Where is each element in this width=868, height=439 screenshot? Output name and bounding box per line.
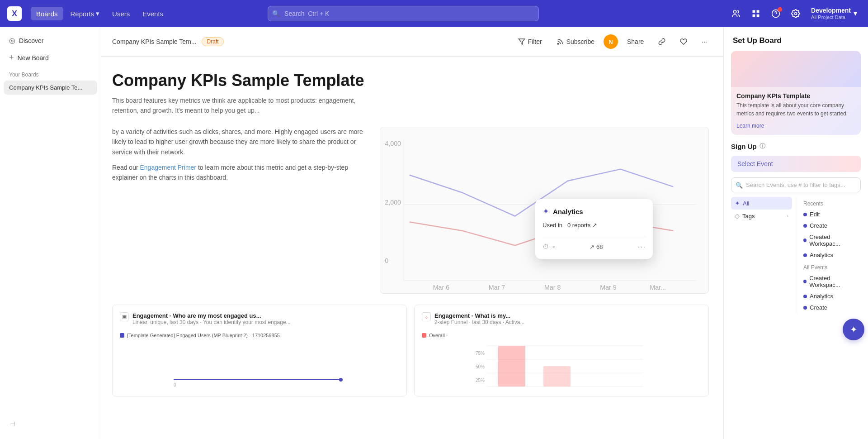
card-1-title: Engagement - What is my... bbox=[434, 312, 524, 319]
svg-text:50%: 50% bbox=[476, 364, 485, 369]
svg-text:Mar 7: Mar 7 bbox=[489, 283, 505, 291]
events-tags-item[interactable]: ◇ Tags › bbox=[731, 210, 792, 222]
sidebar: ◎ Discover + New Board Your Boards Compa… bbox=[0, 27, 101, 439]
popup-more-button[interactable]: ⋯ bbox=[637, 242, 646, 252]
template-card: Company KPIs Template This template is a… bbox=[731, 51, 861, 135]
events-search-input[interactable] bbox=[731, 177, 861, 192]
events-all-item[interactable]: ✦ All bbox=[731, 197, 792, 210]
sidebar-collapse-btn[interactable]: ⊣ bbox=[7, 418, 94, 430]
card-1-subtitle: 2-step Funnel · last 30 days · Activa... bbox=[434, 319, 524, 325]
legend-dot-0 bbox=[120, 333, 124, 338]
analytics-popup-icon: ✦ bbox=[542, 206, 549, 216]
popup-footer-left: ⏱ - bbox=[542, 243, 555, 251]
events-columns: ✦ All ◇ Tags › Recents Edit bbox=[731, 197, 861, 313]
your-boards-label: Your Boards bbox=[4, 66, 97, 81]
draft-badge: Draft bbox=[202, 37, 223, 46]
more-button[interactable]: ··· bbox=[696, 35, 712, 48]
events-left-col: ✦ All ◇ Tags › bbox=[731, 197, 792, 313]
plus-icon: + bbox=[9, 53, 14, 62]
all-events-section-label: All Events bbox=[800, 262, 861, 272]
board-desc-text: by a variety of activities such as click… bbox=[112, 127, 365, 294]
svg-point-0 bbox=[733, 10, 736, 13]
learn-more-link[interactable]: Learn more bbox=[736, 123, 764, 129]
svg-point-23 bbox=[339, 378, 343, 382]
subscribe-button[interactable]: Subscribe bbox=[551, 35, 600, 48]
search-input[interactable] bbox=[268, 6, 539, 21]
card-0-chart: 0 bbox=[120, 344, 399, 389]
template-card-desc: This template is all about your core com… bbox=[736, 101, 855, 118]
sidebar-item-company-kpis[interactable]: Company KPIs Sample Te... bbox=[4, 81, 97, 95]
svg-rect-4 bbox=[757, 14, 760, 17]
user-avatar: N bbox=[604, 34, 618, 49]
right-panel-title: Set Up Board bbox=[724, 27, 868, 51]
settings-icon-btn[interactable] bbox=[788, 5, 804, 22]
engagement-primer-link[interactable]: Engagement Primer bbox=[140, 164, 196, 171]
nav-reports[interactable]: Reports ▾ bbox=[65, 7, 105, 20]
desc-para-2: Read our Engagement Primer to learn more… bbox=[112, 162, 365, 183]
sidebar-discover[interactable]: ◎ Discover bbox=[4, 33, 97, 48]
logo[interactable]: X bbox=[7, 6, 22, 21]
recent-item-edit[interactable]: Edit bbox=[800, 209, 861, 220]
svg-text:Mar...: Mar... bbox=[650, 283, 666, 291]
analytics-popup-footer: ⏱ - ↗ 68 ⋯ bbox=[542, 236, 646, 252]
analytics-popup-meta: Used in 0 reports ↗ bbox=[542, 222, 646, 229]
svg-text:0: 0 bbox=[174, 382, 176, 387]
events-search: 🔍 bbox=[731, 177, 861, 192]
all-item-analytics[interactable]: Analytics bbox=[800, 291, 861, 302]
legend-dot-1 bbox=[422, 333, 426, 338]
chevron-down-icon: ▾ bbox=[854, 9, 857, 18]
clock-icon: ⏱ bbox=[542, 243, 549, 250]
share-button[interactable]: Share bbox=[622, 35, 649, 48]
card-engagement-funnel: ⬦ Engagement - What is my... 2-step Funn… bbox=[414, 305, 709, 396]
right-panel: Set Up Board Company KPIs Template This … bbox=[723, 27, 868, 439]
tags-arrow: › bbox=[787, 213, 788, 219]
collapse-icon: ⊣ bbox=[10, 420, 15, 427]
nav-boards[interactable]: Boards bbox=[31, 7, 63, 20]
fab-button[interactable]: ✦ bbox=[843, 319, 864, 340]
svg-text:Mar 6: Mar 6 bbox=[433, 283, 450, 291]
event-dot bbox=[803, 213, 807, 216]
analytics-popup: ✦ Analytics Used in 0 reports ↗ ⏱ - ↗ 68 bbox=[535, 199, 653, 259]
card-1-legend: Overall · bbox=[422, 333, 701, 338]
main-content: Company KPIs Sample Tem... Draft Filter … bbox=[101, 27, 723, 439]
all-icon: ✦ bbox=[735, 200, 740, 207]
template-card-gradient bbox=[731, 51, 861, 87]
project-selector[interactable]: Development All Project Data ▾ bbox=[807, 5, 861, 22]
events-right-col: Recents Edit Create Created Workspac... bbox=[800, 197, 861, 313]
recents-section-label: Recents bbox=[800, 199, 861, 209]
card-0-legend: [Template Generated] Engaged Users (MP B… bbox=[120, 333, 399, 338]
help-icon-btn[interactable] bbox=[768, 5, 784, 22]
nav-events[interactable]: Events bbox=[137, 7, 169, 20]
desc-para-1: by a variety of activities such as click… bbox=[112, 127, 365, 157]
grid-icon-btn[interactable] bbox=[748, 5, 764, 22]
select-event-button[interactable]: Select Event bbox=[731, 156, 861, 172]
card-1-chart: 75% 50% 25% bbox=[422, 344, 701, 389]
recent-item-create[interactable]: Create bbox=[800, 220, 861, 231]
all-item-create[interactable]: Create bbox=[800, 302, 861, 313]
search-icon: 🔍 bbox=[272, 10, 280, 17]
people-icon-btn[interactable] bbox=[728, 5, 744, 22]
events-divider bbox=[796, 197, 796, 313]
event-dot bbox=[803, 224, 807, 228]
link-button[interactable] bbox=[653, 35, 671, 48]
discover-icon: ◎ bbox=[9, 36, 15, 45]
main-layout: ◎ Discover + New Board Your Boards Compa… bbox=[0, 27, 868, 439]
like-button[interactable] bbox=[675, 35, 693, 48]
svg-point-7 bbox=[795, 12, 797, 14]
card-0-title: Engagement - Who are my most engaged us.… bbox=[132, 312, 291, 319]
svg-rect-32 bbox=[543, 366, 571, 387]
tag-icon: ◇ bbox=[735, 212, 740, 220]
reports-count[interactable]: 0 reports ↗ bbox=[567, 222, 597, 229]
logo-text: X bbox=[12, 9, 17, 19]
recent-item-analytics[interactable]: Analytics bbox=[800, 249, 861, 261]
sidebar-new-board[interactable]: + New Board bbox=[4, 49, 97, 66]
recent-item-created-workspace[interactable]: Created Workspac... bbox=[800, 231, 861, 249]
card-icon-0: ▣ bbox=[120, 312, 129, 321]
filter-button[interactable]: Filter bbox=[513, 35, 547, 48]
all-item-created-workspace[interactable]: Created Workspac... bbox=[800, 272, 861, 291]
popup-footer-num: ↗ 68 bbox=[590, 243, 603, 250]
nav-users[interactable]: Users bbox=[107, 7, 135, 20]
info-icon: ⓘ bbox=[760, 142, 765, 150]
cards-row: ▣ Engagement - Who are my most engaged u… bbox=[112, 305, 709, 396]
chevron-down-icon: ▾ bbox=[96, 10, 99, 18]
